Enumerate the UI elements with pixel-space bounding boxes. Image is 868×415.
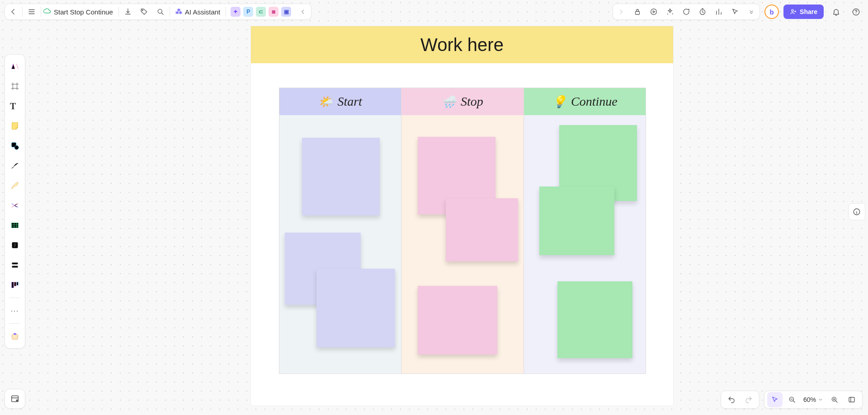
svg-rect-17: [14, 333, 16, 335]
column-start[interactable]: 🌤️ Start: [279, 88, 401, 373]
timer-button[interactable]: [694, 4, 711, 20]
column-header-start: 🌤️ Start: [279, 88, 401, 115]
collab-badge[interactable]: ✦: [231, 7, 241, 17]
comment-icon: [682, 8, 690, 16]
kanban-tool[interactable]: [6, 276, 24, 294]
sun-cloud-icon: 🌤️: [318, 95, 333, 109]
collab-badge[interactable]: ▦: [269, 7, 278, 17]
present-button[interactable]: [646, 4, 662, 20]
chevron-down-icon: [818, 397, 823, 402]
expand-right-button[interactable]: [613, 4, 629, 20]
zoom-out-button[interactable]: [784, 392, 800, 407]
zoom-percentage[interactable]: 60%: [802, 396, 825, 403]
info-chip[interactable]: [848, 203, 865, 220]
text-block-tool[interactable]: [6, 236, 24, 254]
timer-icon: [698, 8, 707, 16]
ai-assistant-button[interactable]: ⁂ AI Assistant: [171, 8, 225, 16]
top-left-toolbar: Start Stop Continue ⁂ AI Assistant ✦ P ⊂: [5, 4, 311, 20]
svg-point-3: [651, 9, 657, 15]
share-label: Share: [800, 8, 817, 15]
svg-rect-13: [12, 282, 14, 288]
column-label: Start: [337, 94, 362, 109]
kanban-icon: [10, 280, 20, 290]
undo-button[interactable]: [724, 392, 739, 407]
pen-icon: [10, 181, 20, 191]
tag-icon: [140, 8, 148, 16]
redo-button[interactable]: [741, 392, 756, 407]
zoom-in-button[interactable]: [827, 392, 842, 407]
collab-badge[interactable]: P: [243, 7, 253, 17]
vote-button[interactable]: [711, 4, 727, 20]
board-title: Work here: [251, 26, 673, 63]
shape-tool[interactable]: [6, 137, 24, 155]
double-chevron-down-icon: [748, 9, 755, 15]
connector-tool[interactable]: [6, 196, 24, 214]
undo-icon: [727, 396, 736, 404]
select-mode-button[interactable]: [767, 392, 783, 407]
apps-icon: [10, 331, 20, 341]
svg-rect-14: [14, 282, 16, 286]
collapse-collab-button[interactable]: [295, 4, 311, 20]
fit-view-button[interactable]: [844, 392, 859, 407]
brand-avatar[interactable]: b: [764, 5, 779, 19]
zoom-in-icon: [830, 396, 839, 404]
comment-button[interactable]: [678, 4, 694, 20]
more-tools[interactable]: ⋯: [6, 302, 24, 320]
list-icon: [10, 260, 20, 270]
share-button[interactable]: Share: [783, 5, 824, 19]
sticky-note[interactable]: [418, 286, 497, 354]
board-columns: 🌤️ Start 🌧️ Stop 💡 Continue: [279, 88, 646, 374]
curve-tool[interactable]: [6, 157, 24, 175]
svg-rect-11: [12, 263, 18, 265]
more-top-button[interactable]: [743, 4, 760, 20]
collaborator-badges[interactable]: ✦ P ⊂ ▦ ▣: [227, 7, 295, 17]
more-icon: ⋯: [10, 306, 19, 316]
help-icon: [852, 8, 860, 16]
pen-tool[interactable]: [6, 177, 24, 195]
sticky-note[interactable]: [316, 269, 395, 347]
apps-tool[interactable]: [6, 327, 24, 345]
zoom-cluster: 60%: [764, 391, 863, 409]
sticky-note[interactable]: [446, 198, 518, 261]
left-tool-rail: T ⋯: [5, 54, 25, 349]
board-frame[interactable]: Work here 🌤️ Start 🌧️ Stop 💡 Continue: [251, 26, 673, 406]
zoom-value: 60%: [803, 396, 816, 403]
collab-badge[interactable]: ⊂: [256, 7, 266, 17]
document-title[interactable]: Start Stop Continue: [42, 4, 118, 20]
sparkle-icon: [666, 8, 674, 16]
redo-icon: [745, 396, 753, 404]
sticky-note[interactable]: [302, 138, 380, 215]
list-tool[interactable]: [6, 256, 24, 274]
table-tool[interactable]: [6, 216, 24, 234]
brand-tool[interactable]: [6, 57, 24, 75]
column-body-start[interactable]: [279, 115, 401, 373]
back-button[interactable]: [5, 4, 21, 20]
sticky-note-icon: [10, 121, 20, 131]
undo-redo-cluster: [721, 391, 760, 409]
collab-badge[interactable]: ▣: [281, 7, 291, 17]
connector-icon: [10, 201, 20, 210]
bar-chart-icon: [715, 8, 723, 16]
sticky-note[interactable]: [557, 281, 632, 358]
search-button[interactable]: [152, 4, 169, 20]
column-stop[interactable]: 🌧️ Stop: [401, 88, 524, 373]
help-button[interactable]: [848, 4, 863, 19]
reactions-button[interactable]: [662, 4, 678, 20]
lock-button[interactable]: [629, 4, 646, 20]
text-tool[interactable]: T: [6, 97, 24, 115]
notifications-button[interactable]: [828, 4, 844, 19]
column-body-continue[interactable]: [524, 115, 646, 373]
bell-icon: [832, 8, 840, 16]
svg-point-5: [792, 9, 793, 11]
sticky-note[interactable]: [539, 187, 614, 255]
frame-tool[interactable]: [6, 77, 24, 95]
column-body-stop[interactable]: [401, 115, 523, 373]
download-button[interactable]: [120, 4, 136, 20]
templates-panel-button[interactable]: [5, 389, 25, 409]
tag-button[interactable]: [136, 4, 152, 20]
column-continue[interactable]: 💡 Continue: [524, 88, 646, 373]
menu-button[interactable]: [24, 4, 40, 20]
cursor-button[interactable]: [727, 4, 743, 20]
column-label: Continue: [571, 94, 618, 109]
sticky-note-tool[interactable]: [6, 117, 24, 135]
